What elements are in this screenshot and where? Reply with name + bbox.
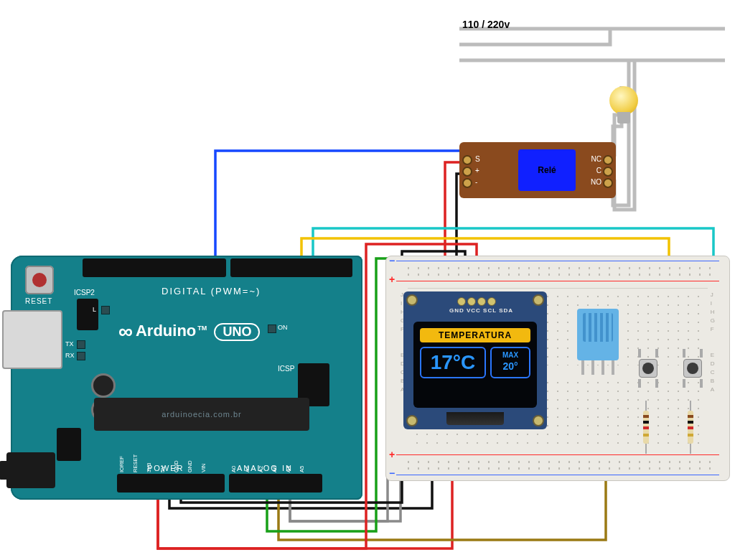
model-badge: UNO [214,323,260,341]
arduino-uno-board: RESET ICSP ICSP2 L TX RX ON ∞ArduinoTM U… [11,256,362,500]
relay-pin-minus [462,178,472,188]
label-tx: TX [65,340,74,347]
bottom-pin-labels: IOREFRESET3V35VGNDGNDVINA0A1A2A3A4A5 [118,444,327,472]
push-button-2[interactable] [680,356,705,381]
oled-screen: TEMPERATURA 17°C MAX 20° [413,322,537,408]
barrel-jack [6,452,55,488]
relay-right-labels: NCCNO [591,154,601,188]
capacitor-1 [91,373,116,398]
label-on: ON [278,324,288,331]
oled-title: TEMPERATURA [420,328,530,342]
oled-ribbon [446,412,504,425]
led-l [101,306,110,314]
relay-pin-no [603,178,613,188]
analog-header [229,474,322,493]
bb-rail-bottom: +− [396,454,719,476]
relay-pin-c [603,167,613,177]
relay-left-labels: S+- [475,154,480,188]
oled-max-label: MAX [502,351,518,359]
push-button-1[interactable] [636,356,660,381]
label-l: L [93,306,96,313]
usb-port [2,310,62,369]
bb-row-labels-right: J I H G F E D C B A [711,291,715,394]
digital-group-label: DIGITAL (PWM=~) [161,286,261,297]
oled-temperature-value: 17°C [420,347,486,378]
reset-label: RESET [25,297,52,305]
fritzing-diagram: 110 / 220v S+- Relé NCCNO RESET ICSP ICS… [0,0,735,560]
relay-pin-plus [462,167,472,177]
label-rx: RX [65,352,75,359]
dht11-sensor [577,309,619,360]
relay-cube: Relé [518,149,576,191]
oled-display: GND VCC SCL SDA TEMPERATURA 17°C MAX 20° [403,291,547,429]
icsp2-header [77,299,98,330]
led-tx [77,340,85,349]
oled-max-value: 20° [493,360,528,372]
infinity-icon: ∞ [118,320,133,343]
arduino-logo: ∞ArduinoTM UNO [118,320,260,343]
digital-header-right [230,258,352,277]
resistor-2 [688,411,693,444]
led-rx [77,352,85,360]
digital-header-left [83,258,226,277]
atmega-mcu: arduinoecia.com.br [94,398,309,431]
resistor-1 [643,411,649,444]
power-header [117,474,225,493]
reset-button[interactable] [25,266,54,294]
relay-module: S+- Relé NCCNO [459,142,616,198]
icsp2-label: ICSP2 [74,289,95,297]
relay-pin-s [462,155,472,165]
led-on [268,325,276,333]
oled-header-labels: GND VCC SCL SDA [449,307,513,314]
oled-max-box: MAX 20° [490,347,530,378]
oled-header-pins [457,296,498,306]
icsp-label: ICSP [278,365,294,373]
voltage-regulator [57,428,81,461]
mains-voltage-label: 110 / 220v [462,19,510,30]
relay-pin-nc [603,155,613,165]
light-bulb [607,86,640,126]
